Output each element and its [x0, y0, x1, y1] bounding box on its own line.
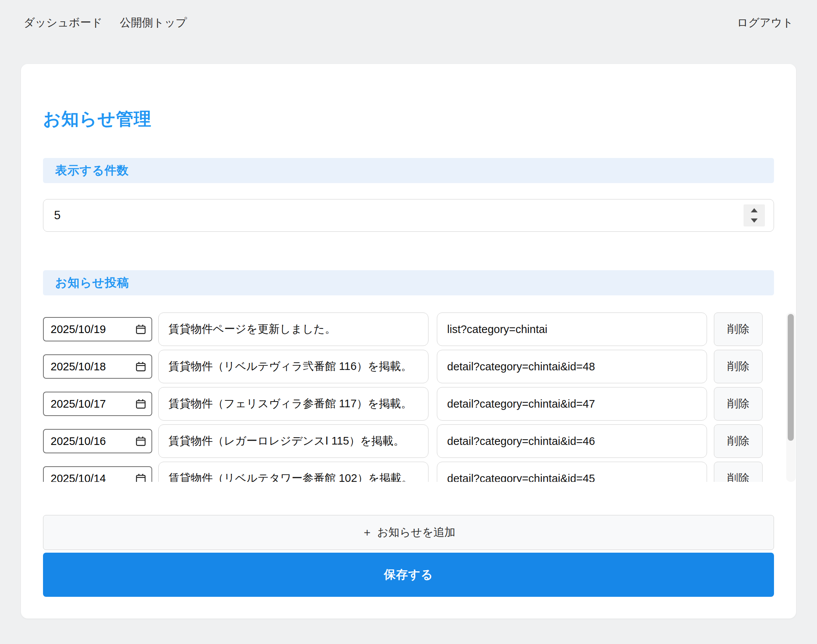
notice-rows-viewport: 削除 削除 [43, 312, 774, 482]
rows-scrollbar-track[interactable] [786, 312, 796, 482]
delete-button[interactable]: 削除 [714, 350, 763, 383]
section-header-display-count: 表示する件数 [43, 158, 774, 183]
notice-url-input[interactable] [437, 350, 707, 383]
rows-scrollbar-thumb[interactable] [788, 314, 794, 441]
spinner-up-icon[interactable] [751, 208, 758, 212]
notice-url-input[interactable] [437, 312, 707, 346]
notice-date-wrap [43, 392, 152, 416]
notice-row: 削除 [43, 312, 774, 346]
nav-item-dashboard[interactable]: ダッシュボード [24, 15, 102, 30]
notice-row: 削除 [43, 350, 774, 383]
section-header-posts-label: お知らせ投稿 [55, 275, 129, 291]
notice-url-input[interactable] [437, 424, 707, 458]
delete-button[interactable]: 削除 [714, 312, 763, 346]
nav-right-group: ログアウト [737, 15, 793, 30]
notice-row: 削除 [43, 387, 774, 421]
notice-row: 削除 [43, 462, 774, 482]
notice-text-input[interactable] [158, 387, 428, 421]
main-card: お知らせ管理 表示する件数 お知らせ投稿 [21, 64, 796, 618]
section-header-display-count-label: 表示する件数 [55, 163, 129, 179]
plus-icon: ＋ [362, 525, 373, 540]
delete-button[interactable]: 削除 [714, 462, 763, 482]
notice-date-input[interactable] [43, 317, 152, 341]
notice-url-input[interactable] [437, 387, 707, 421]
delete-button[interactable]: 削除 [714, 387, 763, 421]
add-notice-button-label: お知らせを追加 [377, 525, 455, 540]
page-title: お知らせ管理 [43, 107, 151, 131]
section-header-posts: お知らせ投稿 [43, 270, 774, 295]
notice-text-input[interactable] [158, 312, 428, 346]
notice-date-input[interactable] [43, 429, 152, 453]
logout-link[interactable]: ログアウト [737, 16, 793, 29]
notice-text-input[interactable] [158, 424, 428, 458]
nav-item-public-top[interactable]: 公開側トップ [120, 15, 187, 30]
notice-date-input[interactable] [43, 392, 152, 416]
notice-date-wrap [43, 429, 152, 453]
notice-date-wrap [43, 317, 152, 341]
notice-date-wrap [43, 354, 152, 379]
number-spinner[interactable] [744, 204, 765, 226]
notice-url-input[interactable] [437, 462, 707, 482]
notice-text-input[interactable] [158, 462, 428, 482]
notice-date-input[interactable] [43, 354, 152, 379]
spinner-down-icon[interactable] [751, 218, 758, 223]
display-count-input[interactable] [43, 199, 774, 232]
top-nav: ダッシュボード 公開側トップ ログアウト [0, 0, 817, 46]
display-count-field-wrap [43, 199, 774, 232]
add-notice-button[interactable]: ＋ お知らせを追加 [43, 515, 774, 550]
notice-row: 削除 [43, 424, 774, 458]
notice-date-wrap [43, 466, 152, 482]
notice-date-input[interactable] [43, 466, 152, 482]
save-button[interactable]: 保存する [43, 553, 774, 597]
notice-text-input[interactable] [158, 350, 428, 383]
nav-left-group: ダッシュボード 公開側トップ [24, 15, 187, 30]
delete-button[interactable]: 削除 [714, 424, 763, 458]
